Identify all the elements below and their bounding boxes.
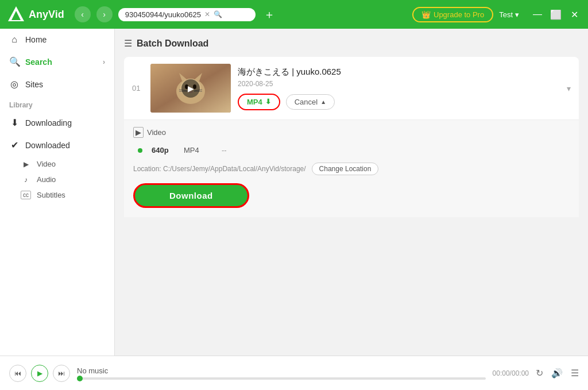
download-button[interactable]: Download [133, 183, 249, 208]
quality-format: MP4 [184, 146, 212, 155]
card-chevron-down-icon[interactable]: ▾ [567, 84, 571, 93]
batch-icon: ☰ [124, 38, 132, 49]
home-icon: ⌂ [9, 34, 20, 45]
sidebar-home-label: Home [25, 35, 47, 44]
upgrade-button[interactable]: 👑 Upgrade to Pro [412, 7, 493, 22]
progress-dot [77, 376, 83, 381]
app-logo: AnyVid [7, 5, 64, 24]
player-title: No music [77, 366, 486, 375]
quality-label: 640p [152, 146, 175, 155]
location-row: Location: C:/Users/Jemy/AppData/Local/An… [133, 163, 570, 175]
window-controls: — ⬜ ✕ [531, 7, 581, 21]
video-thumbnail: ▶ [150, 64, 231, 113]
quality-dot [138, 148, 142, 153]
sidebar: ⌂ Home 🔍 Search › ◎ Sites Library ⬇ Down… [0, 29, 115, 356]
sidebar-downloaded-label: Downloaded [25, 141, 70, 150]
logo-icon [7, 5, 25, 24]
video-panel-icon: ▶ [133, 127, 144, 138]
download-btn-wrap: Download [133, 183, 570, 208]
downloading-icon: ⬇ [9, 117, 20, 128]
titlebar: AnyVid ‹ › 930450944/yuuko0625 ✕ 🔍 ＋ 👑 U… [0, 0, 588, 29]
sidebar-downloading-label: Downloading [25, 118, 72, 128]
forward-button[interactable]: › [96, 6, 113, 22]
page-title: Batch Download [137, 38, 208, 49]
maximize-button[interactable]: ⬜ [549, 7, 563, 21]
cancel-button[interactable]: Cancel ▲ [286, 94, 335, 110]
video-card-header: 01 [124, 57, 579, 119]
video-title: 海がきこえる | yuuko.0625 [238, 67, 560, 78]
sidebar-video-label: Video [37, 160, 56, 168]
item-number: 01 [132, 84, 144, 92]
downloaded-icon: ✔ [9, 140, 20, 150]
page-header: ☰ Batch Download [124, 38, 579, 49]
play-overlay[interactable]: ▶ [150, 64, 231, 113]
sidebar-sub-audio[interactable]: ♪ Audio [0, 172, 114, 187]
player-actions: ↻ 🔊 ☰ [536, 368, 579, 379]
url-search-icon: 🔍 [214, 10, 222, 18]
sidebar-item-sites[interactable]: ◎ Sites [0, 73, 114, 95]
video-sub-icon: ▶ [21, 160, 31, 168]
format-label: MP4 [247, 98, 262, 106]
subtitles-icon: cc [21, 191, 31, 199]
user-menu[interactable]: Test ▾ [499, 10, 519, 19]
skip-back-button[interactable]: ⏮ [9, 365, 26, 382]
download-arrow-icon: ⬇ [265, 98, 271, 106]
sidebar-item-downloading[interactable]: ⬇ Downloading [0, 111, 114, 134]
panel-video-label: ▶ Video [133, 127, 570, 138]
search-sidebar-icon: 🔍 [9, 56, 20, 67]
sidebar-item-downloaded[interactable]: ✔ Downloaded [0, 134, 114, 156]
user-chevron-icon: ▾ [515, 10, 519, 19]
back-button[interactable]: ‹ [75, 6, 91, 22]
chevron-up-icon: ▲ [320, 99, 326, 105]
location-text: Location: C:/Users/Jemy/AppData/Local/An… [133, 165, 306, 173]
app-name: AnyVid [29, 9, 64, 21]
sidebar-subtitles-label: Subtitles [37, 191, 65, 199]
change-location-button[interactable]: Change Location [312, 163, 379, 175]
format-row: MP4 ⬇ Cancel ▲ [238, 94, 560, 110]
video-card: 01 [124, 57, 579, 217]
repeat-button[interactable]: ↻ [536, 368, 543, 379]
minimize-button[interactable]: — [531, 7, 544, 21]
player-time: 00:00/00:00 [493, 369, 529, 377]
sidebar-search-label: Search [25, 57, 52, 67]
volume-button[interactable]: 🔊 [551, 368, 563, 379]
video-meta: 海がきこえる | yuuko.0625 2020-08-25 MP4 ⬇ Can… [238, 67, 560, 110]
url-text: 930450944/yuuko0625 [125, 10, 201, 19]
cancel-label: Cancel [295, 98, 318, 106]
tab-close-icon[interactable]: ✕ [204, 10, 210, 18]
sidebar-audio-label: Audio [37, 175, 56, 184]
audio-sub-icon: ♪ [21, 176, 31, 184]
search-arrow-icon: › [103, 58, 105, 66]
add-tab-button[interactable]: ＋ [261, 6, 277, 22]
content-area: ☰ Batch Download 01 [115, 29, 588, 356]
quality-size: -- [222, 146, 227, 155]
play-circle: ▶ [181, 79, 200, 98]
crown-icon: 👑 [421, 10, 431, 19]
sidebar-sub-subtitles[interactable]: cc Subtitles [0, 187, 114, 203]
url-bar: 930450944/yuuko0625 ✕ 🔍 [118, 8, 256, 21]
main-layout: ⌂ Home 🔍 Search › ◎ Sites Library ⬇ Down… [0, 29, 588, 356]
sites-icon: ◎ [9, 79, 20, 90]
player-bar: ⏮ ▶ ⏭ No music 00:00/00:00 ↻ 🔊 ☰ [0, 356, 588, 390]
video-date: 2020-08-25 [238, 80, 560, 88]
sidebar-item-search[interactable]: 🔍 Search › [0, 51, 114, 73]
player-info: No music [77, 366, 486, 380]
skip-forward-button[interactable]: ⏭ [53, 365, 70, 382]
queue-button[interactable]: ☰ [571, 368, 579, 379]
sidebar-item-home[interactable]: ⌂ Home [0, 29, 114, 51]
format-button[interactable]: MP4 ⬇ [238, 94, 280, 110]
user-label: Test [499, 10, 513, 19]
sidebar-sites-label: Sites [25, 80, 43, 89]
sidebar-sub-video[interactable]: ▶ Video [0, 156, 114, 172]
close-button[interactable]: ✕ [567, 7, 581, 21]
library-section: Library [0, 95, 114, 111]
quality-row: 640p MP4 -- [133, 144, 570, 157]
expanded-panel: ▶ Video 640p MP4 -- Location: C:/Users/J… [124, 119, 579, 217]
player-controls: ⏮ ▶ ⏭ [9, 365, 70, 382]
progress-bar[interactable] [77, 377, 486, 380]
play-button[interactable]: ▶ [31, 365, 48, 382]
